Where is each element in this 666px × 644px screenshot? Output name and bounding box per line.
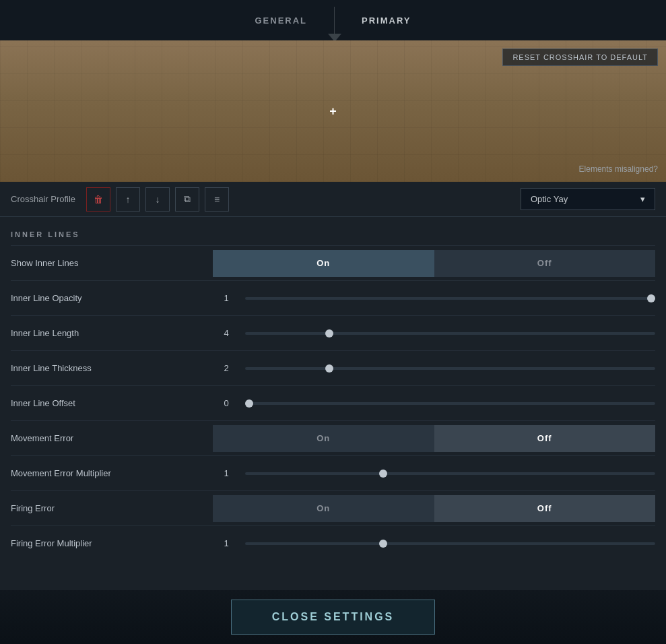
setting-row-thickness: Inner Line Thickness 2 [11, 350, 655, 385]
copy-profile-button[interactable]: ⧉ [175, 187, 199, 212]
inner-lines-section-title: INNER LINES [11, 217, 655, 245]
top-nav: GENERAL PRIMARY [0, 0, 666, 40]
offset-control: 0 [213, 398, 655, 408]
length-label: Inner Line Length [11, 328, 213, 338]
toggle-off-movement-error[interactable]: Off [434, 425, 656, 452]
toggle-on-firing-error[interactable]: On [213, 495, 434, 522]
profile-bar: Crosshair Profile 🗑 ↑ ↓ ⧉ ≡ Optic Yay ▾ [0, 182, 666, 217]
length-control: 4 [213, 328, 655, 338]
firing-multiplier-value: 1 [213, 538, 240, 548]
thickness-label: Inner Line Thickness [11, 363, 213, 373]
trash-icon: 🗑 [94, 194, 103, 205]
profile-dropdown-value: Optic Yay [531, 194, 568, 204]
firing-multiplier-slider[interactable] [245, 542, 655, 545]
setting-row-firing-multiplier: Firing Error Multiplier 1 [11, 525, 655, 560]
setting-row-movement-error: Movement Error On Off [11, 420, 655, 455]
length-slider[interactable] [245, 332, 655, 335]
show-inner-lines-control: On Off [213, 250, 655, 277]
movement-error-control: On Off [213, 425, 655, 452]
bottom-bar: CLOSE SETTINGS [0, 590, 666, 644]
reset-crosshair-button[interactable]: RESET CROSSHAIR TO DEFAULT [502, 49, 658, 66]
toggle-off-firing-error[interactable]: Off [434, 495, 656, 522]
crosshair-preview: + RESET CROSSHAIR TO DEFAULT Elements mi… [0, 40, 666, 182]
movement-error-label: Movement Error [11, 433, 213, 443]
upload-icon: ↑ [126, 194, 131, 205]
show-inner-lines-toggle: On Off [213, 250, 655, 277]
setting-row-opacity: Inner Line Opacity 1 [11, 280, 655, 315]
movement-multiplier-control: 1 [213, 468, 655, 478]
length-value: 4 [213, 328, 240, 338]
settings-content: INNER LINES Show Inner Lines On Off Inne… [0, 217, 666, 590]
offset-label: Inner Line Offset [11, 398, 213, 408]
elements-misaligned-link[interactable]: Elements misaligned? [579, 164, 658, 174]
opacity-label: Inner Line Opacity [11, 293, 213, 303]
upload-profile-button[interactable]: ↑ [116, 187, 140, 212]
setting-row-show-inner-lines: Show Inner Lines On Off [11, 245, 655, 280]
movement-multiplier-slider[interactable] [245, 472, 655, 475]
movement-multiplier-label: Movement Error Multiplier [11, 468, 213, 478]
chevron-down-icon: ▾ [640, 194, 645, 204]
delete-profile-button[interactable]: 🗑 [86, 187, 110, 212]
movement-multiplier-value: 1 [213, 468, 240, 478]
tab-primary[interactable]: PRIMARY [335, 9, 438, 32]
opacity-value: 1 [213, 293, 240, 303]
copy-icon: ⧉ [184, 193, 191, 205]
tab-general[interactable]: GENERAL [228, 9, 334, 32]
offset-slider[interactable] [245, 402, 655, 405]
firing-error-toggle: On Off [213, 495, 655, 522]
toggle-on-movement-error[interactable]: On [213, 425, 434, 452]
import-profile-button[interactable]: ≡ [205, 187, 229, 212]
toggle-off-show-inner-lines[interactable]: Off [434, 250, 656, 277]
setting-row-length: Inner Line Length 4 [11, 315, 655, 350]
firing-error-control: On Off [213, 495, 655, 522]
crosshair-symbol: + [329, 104, 337, 119]
toggle-on-show-inner-lines[interactable]: On [213, 250, 434, 277]
thickness-slider[interactable] [245, 367, 655, 370]
opacity-control: 1 [213, 293, 655, 303]
setting-row-movement-multiplier: Movement Error Multiplier 1 [11, 455, 655, 490]
setting-row-offset: Inner Line Offset 0 [11, 385, 655, 420]
thickness-value: 2 [213, 363, 240, 373]
setting-row-firing-error: Firing Error On Off [11, 490, 655, 525]
profile-dropdown[interactable]: Optic Yay ▾ [521, 188, 655, 210]
firing-error-label: Firing Error [11, 503, 213, 513]
import-icon: ≡ [214, 194, 220, 205]
profile-label: Crosshair Profile [11, 194, 75, 204]
close-settings-button[interactable]: CLOSE SETTINGS [231, 600, 436, 635]
thickness-control: 2 [213, 363, 655, 373]
opacity-slider[interactable] [245, 297, 655, 300]
download-icon: ↓ [156, 194, 160, 205]
firing-multiplier-label: Firing Error Multiplier [11, 538, 213, 548]
firing-multiplier-control: 1 [213, 538, 655, 548]
offset-value: 0 [213, 398, 240, 408]
show-inner-lines-label: Show Inner Lines [11, 258, 213, 268]
movement-error-toggle: On Off [213, 425, 655, 452]
download-profile-button[interactable]: ↓ [145, 187, 170, 212]
